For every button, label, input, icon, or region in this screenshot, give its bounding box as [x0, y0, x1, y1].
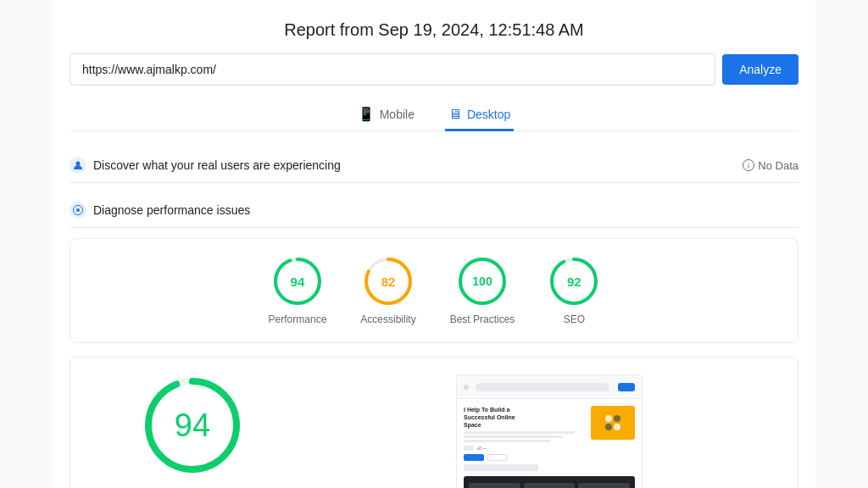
- screenshot-content-left: I Help To Build a Successful Online Spac…: [464, 406, 587, 471]
- best-practices-label: Best Practices: [450, 313, 515, 325]
- real-users-title: Discover what your real users are experi…: [93, 158, 341, 172]
- svg-text:i: i: [748, 162, 749, 170]
- screenshot-bottom-box-2: [524, 483, 576, 488]
- screenshot-preview: I Help To Build a Successful Online Spac…: [456, 374, 643, 488]
- accessibility-label: Accessibility: [360, 313, 415, 325]
- score-seo: 92 SEO: [548, 256, 599, 325]
- screenshot-heading-3: Space: [464, 422, 481, 428]
- screenshot-bottom-section: [464, 476, 635, 488]
- detail-card: 94 Performance Values are estimated and …: [70, 357, 798, 488]
- performance-value: 94: [291, 274, 305, 289]
- seo-circle: 92: [548, 256, 599, 307]
- seo-value: 92: [567, 274, 581, 289]
- diagnose-header-left: Diagnose performance issues: [70, 202, 250, 219]
- screenshot-icon-text: +8 —: [476, 446, 487, 451]
- real-users-icon: [70, 157, 86, 174]
- best-practices-value: 100: [472, 274, 492, 288]
- yellow-banner: [591, 406, 635, 440]
- screenshot-divider: [464, 464, 538, 471]
- best-practices-circle: 100: [457, 256, 508, 307]
- screenshot-btn-outline: [487, 454, 507, 461]
- gear-grid: [602, 412, 624, 434]
- tab-mobile-label: Mobile: [380, 108, 415, 121]
- svg-point-4: [76, 208, 80, 212]
- no-data-text: No Data: [758, 159, 798, 172]
- tab-desktop-label: Desktop: [467, 108, 510, 121]
- performance-circle: 94: [272, 256, 323, 307]
- screenshot-icon-row: +8 —: [464, 446, 587, 451]
- diagnose-section-header: Diagnose performance issues: [70, 193, 798, 228]
- screenshot-bottom-box-1: [469, 483, 520, 488]
- desktop-icon: 🖥: [448, 107, 462, 122]
- mobile-icon: 📱: [358, 106, 375, 122]
- screenshot-btn-primary: [464, 454, 484, 461]
- screenshot-icon-1: [464, 446, 474, 451]
- chrome-dot-1: [464, 385, 469, 390]
- screenshot-btn-row: [464, 454, 587, 461]
- screenshot-content-right: [591, 406, 635, 471]
- gear-2: [614, 415, 620, 422]
- chrome-address-bar: [476, 383, 609, 391]
- real-users-section-header: Discover what your real users are experi…: [70, 148, 798, 183]
- screenshot-bottom-box-3: [578, 483, 630, 488]
- diagnose-icon: [70, 202, 86, 219]
- accessibility-value: 82: [381, 274, 396, 289]
- scores-card: 94 Performance 82 Accessibility: [70, 238, 798, 343]
- screenshot-heading-1: I Help To Build a: [464, 407, 509, 413]
- url-bar-row: Analyze: [70, 53, 798, 86]
- score-performance: 94 Performance: [269, 256, 327, 325]
- screenshot-top-bar: [457, 375, 642, 399]
- info-icon: i: [743, 159, 754, 171]
- no-data-label: i No Data: [743, 159, 798, 172]
- score-best-practices: 100 Best Practices: [450, 256, 515, 325]
- scores-row: 94 Performance 82 Accessibility: [87, 256, 781, 325]
- text-line-1: [464, 431, 575, 434]
- gear-1: [605, 415, 612, 422]
- diagnose-title: Diagnose performance issues: [93, 203, 250, 217]
- text-line-3: [464, 440, 550, 442]
- big-score-value: 94: [175, 408, 210, 444]
- big-score-circle: 94: [142, 374, 243, 476]
- svg-point-0: [76, 162, 81, 166]
- chrome-button: [618, 383, 635, 391]
- report-title: Report from Sep 19, 2024, 12:51:48 AM: [70, 20, 798, 40]
- tab-mobile[interactable]: 📱 Mobile: [354, 99, 418, 131]
- seo-label: SEO: [564, 313, 585, 325]
- screenshot-heading-2: Successful Online: [464, 414, 515, 420]
- real-users-header-left: Discover what your real users are experi…: [70, 157, 341, 174]
- text-line-2: [464, 435, 563, 438]
- tabs-row: 📱 Mobile 🖥 Desktop: [70, 99, 798, 131]
- accessibility-circle: 82: [363, 256, 414, 307]
- url-input[interactable]: [70, 53, 715, 86]
- performance-label: Performance: [269, 313, 327, 325]
- page-wrapper: Report from Sep 19, 2024, 12:51:48 AM An…: [53, 0, 815, 488]
- tab-desktop[interactable]: 🖥 Desktop: [445, 100, 514, 131]
- screenshot-body: I Help To Build a Successful Online Spac…: [457, 399, 642, 488]
- detail-right: I Help To Build a Successful Online Spac…: [321, 374, 777, 488]
- score-accessibility: 82 Accessibility: [360, 256, 415, 325]
- detail-left: 94 Performance Values are estimated and …: [91, 374, 294, 488]
- gear-3: [605, 424, 612, 430]
- gear-4: [614, 424, 620, 430]
- analyze-button[interactable]: Analyze: [722, 54, 798, 85]
